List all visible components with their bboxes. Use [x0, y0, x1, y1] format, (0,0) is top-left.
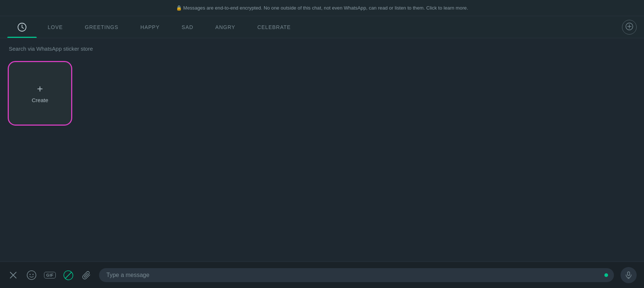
attach-icon [82, 270, 91, 280]
emoji-button[interactable] [26, 269, 37, 281]
sticker-grid: + Create [9, 62, 635, 125]
sticker-button[interactable] [62, 269, 74, 281]
tab-add-button[interactable] [622, 20, 637, 35]
svg-rect-11 [627, 272, 630, 276]
plus-circle-icon [625, 22, 633, 32]
create-plus-icon: + [37, 84, 43, 94]
svg-point-8 [27, 271, 36, 280]
mic-icon [625, 271, 632, 279]
message-input-container[interactable] [99, 268, 614, 282]
create-sticker-label: Create [32, 97, 48, 103]
tab-greetings[interactable]: GREETINGS [74, 16, 129, 38]
encryption-notice[interactable]: 🔒 Messages are end-to-end encrypted. No … [0, 0, 644, 16]
svg-line-2 [22, 27, 23, 28]
close-icon [9, 271, 17, 279]
tab-angry[interactable]: ANGRY [204, 16, 246, 38]
gif-label: GIF [44, 272, 56, 278]
message-input[interactable] [106, 272, 607, 278]
sticker-store-search[interactable]: Search via WhatsApp sticker store [9, 46, 635, 52]
gif-button[interactable]: GIF [44, 269, 56, 281]
bottom-toolbar: GIF [0, 262, 644, 288]
tab-navigation: LOVE GREETINGS HAPPY SAD ANGRY CELEBRATE [0, 16, 644, 38]
tab-love[interactable]: LOVE [37, 16, 74, 38]
svg-point-9 [30, 274, 31, 275]
attach-button[interactable] [81, 269, 92, 281]
sticker-panel-content: Search via WhatsApp sticker store + Crea… [0, 38, 644, 262]
mic-button[interactable] [621, 267, 637, 283]
send-status-dot [604, 273, 608, 277]
svg-point-10 [33, 274, 34, 275]
create-sticker-button[interactable]: + Create [9, 62, 71, 125]
tab-sad[interactable]: SAD [171, 16, 204, 38]
sticker-icon [63, 270, 74, 281]
emoji-icon [26, 270, 37, 280]
close-button[interactable] [7, 269, 19, 281]
encryption-text: 🔒 Messages are end-to-end encrypted. No … [176, 5, 468, 11]
clock-icon [17, 22, 27, 32]
tab-recent[interactable] [7, 16, 37, 38]
tab-happy[interactable]: HAPPY [129, 16, 171, 38]
tab-celebrate[interactable]: CELEBRATE [246, 16, 302, 38]
